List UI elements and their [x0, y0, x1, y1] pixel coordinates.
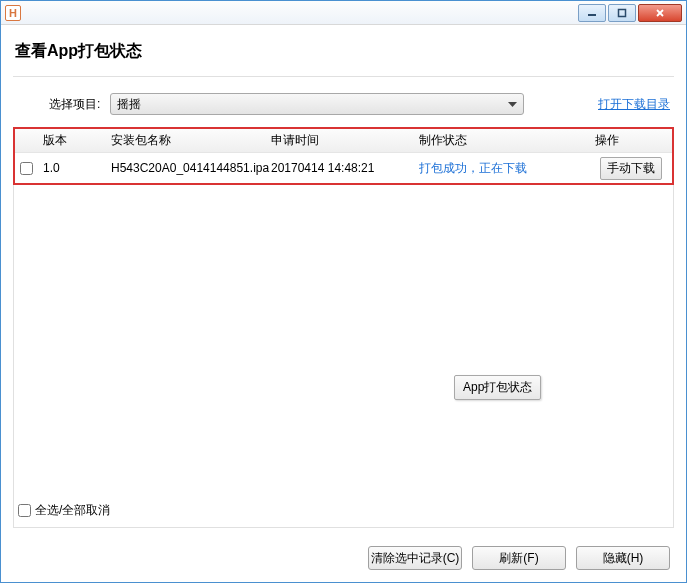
- app-icon: H: [5, 5, 21, 21]
- select-project-label: 选择项目:: [49, 96, 100, 113]
- close-button[interactable]: [638, 4, 682, 22]
- chevron-down-icon: [508, 97, 517, 111]
- close-icon: [655, 8, 665, 18]
- app-window: H 查看App打包状态 选择项目: 摇摇: [0, 0, 687, 583]
- col-header-action[interactable]: 操作: [589, 129, 672, 152]
- page-title: 查看App打包状态: [15, 41, 674, 62]
- tooltip: App打包状态: [454, 375, 541, 400]
- minimize-icon: [587, 8, 597, 18]
- table-row[interactable]: 1.0 H543C20A0_0414144851.ipa 20170414 14…: [15, 153, 672, 183]
- table-header: 版本 安装包名称 申请时间 制作状态 操作: [15, 129, 672, 153]
- cell-package: H543C20A0_0414144851.ipa: [105, 161, 265, 175]
- status-table: 版本 安装包名称 申请时间 制作状态 操作 1.0 H543C20A0_0414…: [13, 127, 674, 185]
- col-header-status[interactable]: 制作状态: [413, 129, 589, 152]
- select-all-checkbox[interactable]: [18, 504, 31, 517]
- project-select-value: 摇摇: [117, 96, 141, 113]
- cell-status: 打包成功，正在下载: [419, 160, 527, 177]
- table-empty-area: App打包状态: [13, 185, 674, 494]
- maximize-icon: [617, 8, 627, 18]
- select-all-label: 全选/全部取消: [35, 502, 110, 519]
- manual-download-button[interactable]: 手动下载: [600, 157, 662, 180]
- col-header-version[interactable]: 版本: [37, 129, 105, 152]
- minimize-button[interactable]: [578, 4, 606, 22]
- open-download-dir-link[interactable]: 打开下载目录: [598, 96, 670, 113]
- cell-version: 1.0: [37, 161, 105, 175]
- clear-selected-button[interactable]: 清除选中记录(C): [368, 546, 462, 570]
- maximize-button[interactable]: [608, 4, 636, 22]
- project-select[interactable]: 摇摇: [110, 93, 524, 115]
- row-checkbox[interactable]: [20, 162, 33, 175]
- col-header-time[interactable]: 申请时间: [265, 129, 413, 152]
- titlebar: H: [1, 1, 686, 25]
- svg-rect-1: [619, 9, 626, 16]
- hide-button[interactable]: 隐藏(H): [576, 546, 670, 570]
- refresh-button[interactable]: 刷新(F): [472, 546, 566, 570]
- cell-time: 20170414 14:48:21: [265, 161, 413, 175]
- col-header-package[interactable]: 安装包名称: [105, 129, 265, 152]
